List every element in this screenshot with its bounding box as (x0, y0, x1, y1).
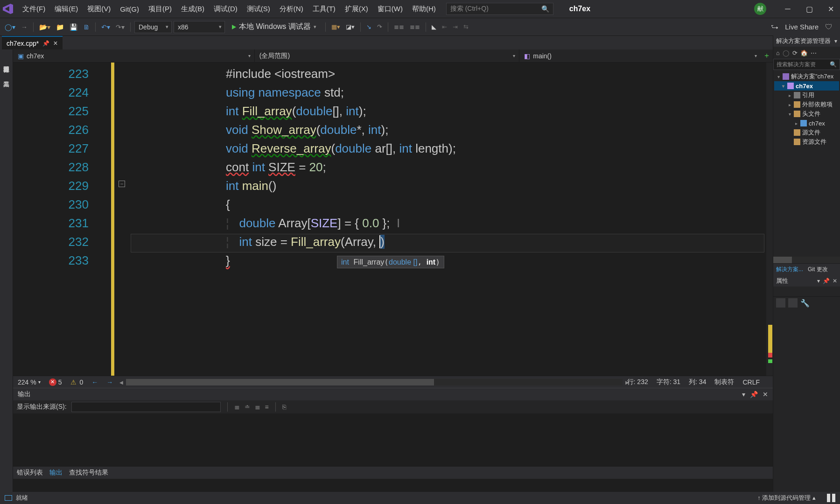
new-project-button[interactable]: 📂▾ (37, 21, 52, 33)
add-member-button[interactable]: ＋ (761, 51, 773, 61)
status-scm-button[interactable]: ↑ 添加到源代码管理 ▴ (757, 494, 816, 502)
menu-analyze[interactable]: 分析(N) (276, 3, 307, 15)
close-tab-button[interactable]: × (53, 39, 57, 48)
minimize-button[interactable]: ─ (781, 0, 794, 18)
output-close-icon[interactable]: ✕ (763, 391, 768, 398)
rail-server-explorer[interactable]: 服务器资源管理器 (1, 59, 12, 64)
prop-categorized-button[interactable] (776, 298, 785, 308)
menu-edit[interactable]: 编辑(E) (51, 3, 82, 15)
se-home2-icon[interactable]: 🏠 (800, 49, 808, 56)
prop-dropdown-icon[interactable]: ▾ (817, 278, 820, 284)
tree-file-ch7ex[interactable]: ▸ch7ex (774, 119, 839, 128)
tree-headers-node[interactable]: ▾头文件 (774, 109, 839, 119)
menu-debug[interactable]: 调试(D) (210, 3, 241, 15)
nav-back[interactable]: ← (91, 378, 98, 386)
prop-close-icon[interactable]: ✕ (833, 278, 837, 284)
output-clear-button[interactable]: ≣ (234, 403, 240, 411)
output-icon-3[interactable]: ≣ (255, 403, 260, 411)
tree-references-node[interactable]: ▸引用 (774, 91, 839, 100)
context-member-combo[interactable]: ◧ main() (519, 49, 761, 62)
eol-indicator[interactable]: CRLF (742, 378, 760, 386)
se-back-icon[interactable]: ◯ (783, 49, 790, 56)
nav-fwd[interactable]: → (106, 378, 113, 386)
tab-ch7ex-cpp[interactable]: ch7ex.cpp* 📌 × (2, 36, 63, 49)
menu-git[interactable]: Git(G) (116, 3, 143, 15)
open-button[interactable]: 📁 (54, 21, 66, 33)
config-combo[interactable]: Debug (134, 21, 172, 33)
bookmark-button[interactable]: ◣ (430, 21, 438, 32)
output-pin-icon[interactable]: 📌 (750, 391, 758, 398)
se-home-icon[interactable]: ⌂ (776, 49, 780, 56)
output-icon-2[interactable]: ≐ (245, 403, 250, 411)
tree-project-node[interactable]: ▾ch7ex (774, 81, 839, 91)
output-dropdown-icon[interactable]: ▾ (742, 391, 745, 398)
toolbar-icon-1[interactable]: ▦▾ (329, 21, 342, 32)
toolbar-icon-6[interactable]: ⇥ (451, 21, 460, 32)
toolbar-icon-5[interactable]: ⇤ (440, 21, 449, 32)
output-icon-4[interactable]: ≡ (265, 403, 269, 411)
tab-git-changes[interactable]: Git 更改 (808, 266, 828, 273)
se-more-icon[interactable]: ⋯ (811, 49, 817, 56)
menu-test[interactable]: 测试(S) (243, 3, 274, 15)
zoom-level[interactable]: 224 % ▾ (18, 378, 41, 386)
tree-sources-node[interactable]: 源文件 (774, 128, 839, 137)
forward-button[interactable]: → (19, 21, 29, 33)
menu-tools[interactable]: 工具(T) (309, 3, 339, 15)
output-icon-5[interactable]: ⎘ (282, 403, 286, 411)
tree-external-deps-node[interactable]: ▸外部依赖项 (774, 100, 839, 109)
tab-solution-explorer[interactable]: 解决方案... (776, 266, 803, 273)
menu-help[interactable]: 帮助(H) (408, 3, 440, 15)
tab-output[interactable]: 输出 (49, 469, 63, 477)
menu-extensions[interactable]: 扩展(X) (341, 3, 372, 15)
toolbar-icon-7[interactable]: ⇆ (462, 21, 470, 32)
output-text-area[interactable] (13, 413, 773, 467)
menu-build[interactable]: 生成(B) (177, 3, 208, 15)
tree-resources-node[interactable]: 资源文件 (774, 137, 839, 147)
properties-body[interactable] (773, 309, 840, 492)
toolbar-icon-3[interactable]: ≣≣ (392, 21, 406, 32)
toolbar-icon-4[interactable]: ≣≣ (408, 21, 422, 32)
pin-icon[interactable]: 📌 (42, 40, 49, 47)
code-editor[interactable]: 223 224 225 226 227 228 229 230 231 232 … (13, 63, 773, 376)
tab-find-symbol[interactable]: 查找符号结果 (69, 469, 108, 477)
solution-tree[interactable]: ▾解决方案"ch7ex ▾ch7ex ▸引用 ▸外部依赖项 ▾头文件 ▸ch7e… (773, 70, 840, 257)
menu-project[interactable]: 项目(P) (145, 3, 175, 15)
error-count[interactable]: ✕5 (49, 378, 62, 386)
line-indicator[interactable]: 行: 232 (627, 378, 648, 386)
context-file-combo[interactable]: ▣ ch7ex (13, 49, 255, 62)
solution-hscroll[interactable] (773, 257, 840, 263)
pause-icon[interactable] (827, 494, 835, 502)
undo-button[interactable]: ↶▾ (99, 21, 112, 33)
maximize-button[interactable]: ▢ (803, 0, 816, 18)
start-debug-button[interactable]: 本地 Windows 调试器 ▾ (227, 21, 322, 33)
se-sync-icon[interactable]: ⟳ (792, 49, 798, 56)
prop-pin-icon[interactable]: 📌 (823, 278, 830, 284)
char-indicator[interactable]: 字符: 31 (657, 378, 680, 386)
step-over-button[interactable]: ↷ (375, 21, 384, 32)
output-source-combo[interactable] (71, 402, 221, 412)
quick-search-input[interactable]: 搜索 (Ctrl+Q) 🔍 (446, 3, 553, 15)
tree-solution-node[interactable]: ▾解决方案"ch7ex (774, 72, 839, 81)
redo-button[interactable]: ↷▾ (114, 21, 126, 33)
solution-search-input[interactable]: 搜索解决方案资 🔍 (773, 59, 840, 70)
close-button[interactable]: ✕ (824, 0, 837, 18)
menu-view[interactable]: 视图(V) (84, 3, 114, 15)
scrollbar-overview[interactable] (766, 63, 773, 376)
save-button[interactable]: 💾 (68, 21, 79, 33)
prop-wrench-icon[interactable]: 🔧 (800, 299, 810, 308)
liveshare-icon[interactable]: ⮑ (771, 23, 778, 31)
toolbar-icon-2[interactable]: ◪▾ (344, 21, 357, 32)
admin-icon[interactable]: 🛡 (825, 23, 833, 31)
menu-file[interactable]: 文件(F) (19, 3, 49, 15)
platform-combo[interactable]: x86 (174, 21, 225, 33)
tab-error-list[interactable]: 错误列表 (17, 469, 43, 477)
back-button[interactable]: ◯▾ (3, 21, 17, 33)
liveshare-button[interactable]: Live Share (785, 23, 819, 31)
code-content[interactable]: #include <iostream> using namespace std;… (106, 63, 773, 376)
editor-hscrollbar[interactable]: ◀ ▶ (126, 379, 622, 385)
user-avatar[interactable]: 献 (754, 3, 766, 15)
rail-toolbox[interactable]: 工具箱 (1, 74, 12, 79)
step-into-button[interactable]: ↘ (364, 21, 373, 32)
save-all-button[interactable]: 🗎 (81, 21, 91, 33)
warning-count[interactable]: ⚠0 (70, 378, 84, 386)
